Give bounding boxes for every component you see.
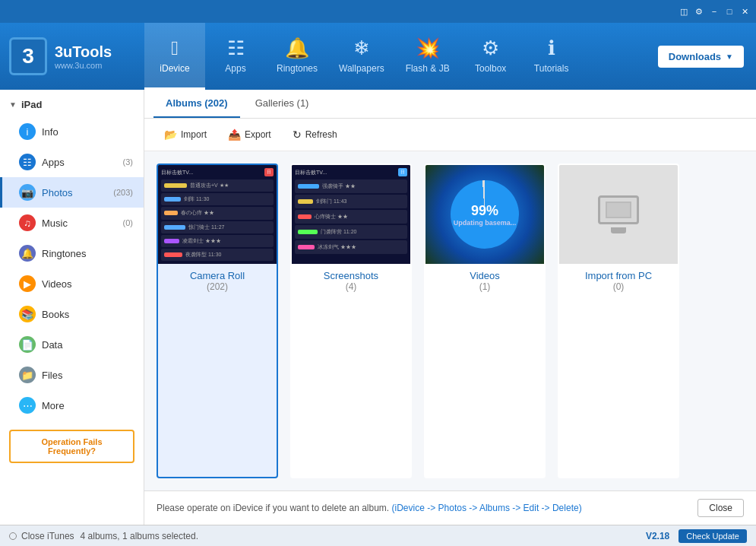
album-thumb-import — [559, 165, 678, 264]
tab-ringtones[interactable]: 🔔 Ringtones — [266, 23, 328, 90]
close-info-button[interactable]: Close — [697, 499, 744, 517]
apps-side-icon: ☷ — [19, 154, 36, 170]
minimize-icon[interactable]: − — [707, 5, 721, 18]
sidebar-label-ringtones: Ringtones — [42, 248, 133, 259]
albums-grid: 目标击败TV... 日 普通攻击+V ★★ 剑阵 11:30 — [144, 151, 756, 490]
version-label: V2.18 — [646, 531, 669, 541]
album-import-pc[interactable]: Import from PC (0) — [558, 163, 679, 478]
album-count-screenshots: (4) — [298, 281, 404, 292]
inner-screen — [606, 202, 631, 218]
promo-banner[interactable]: Operation Fails Frequently? — [9, 430, 134, 463]
sidebar-label-videos: Videos — [42, 278, 133, 290]
header-right: Downloads ▼ — [646, 23, 756, 90]
sidebar-count-photos: (203) — [113, 188, 133, 197]
sidebar-count-music: (0) — [123, 218, 133, 227]
tab-flash-jb[interactable]: 💥 Flash & JB — [395, 23, 460, 90]
content-tabs: Albums (202) Galleries (1) — [144, 90, 756, 119]
sidebar-device[interactable]: ▼ iPad — [0, 93, 144, 116]
tab-toolbox[interactable]: ⚙ Toolbox — [460, 23, 521, 90]
videos-icon: ▶ — [19, 275, 36, 292]
toolbar: 📂 Import 📤 Export ↻ Refresh — [144, 119, 756, 151]
refresh-button[interactable]: ↻ Refresh — [283, 125, 346, 144]
sidebar-item-videos[interactable]: ▶ Videos — [0, 268, 144, 299]
album-info-screenshots: Screenshots (4) — [292, 264, 410, 298]
close-icon[interactable]: ✕ — [738, 5, 751, 18]
tab-tutorials[interactable]: ℹ Tutorials — [521, 23, 582, 90]
more-icon: ⋯ — [19, 397, 36, 414]
title-bar: ◫ ⚙ − □ ✕ — [0, 0, 756, 23]
tab-wallpapers[interactable]: ❄ Wallpapers — [328, 23, 395, 90]
album-count-videos: (1) — [432, 281, 538, 292]
tab-galleries[interactable]: Galleries (1) — [243, 90, 321, 118]
bell-icon: 🔔 — [285, 37, 309, 60]
nav-tabs:  iDevice ☷ Apps 🔔 Ringtones ❄ Wallpaper… — [144, 23, 646, 90]
status-count-text: 4 albums, 1 albums selected. — [81, 531, 640, 541]
album-videos[interactable]: 99% Updating basema... Videos (1) — [424, 163, 546, 478]
album-screenshots[interactable]: 目标击败TV... 日 强袭骑手 ★★ 剑阵门 11:43 — [290, 163, 412, 478]
content-area: Albums (202) Galleries (1) 📂 Import 📤 Ex… — [144, 90, 756, 525]
progress-circle: 99% Updating basema... — [451, 180, 519, 249]
info-circle-icon: ℹ — [548, 37, 555, 60]
sidebar-label-music: Music — [42, 217, 123, 229]
music-icon: ♫ — [19, 214, 36, 231]
sidebar-item-apps[interactable]: ☷ Apps (3) — [0, 147, 144, 177]
sidebar-label-data: Data — [42, 339, 133, 351]
logo-text: 3uTools www.3u.com — [55, 43, 112, 70]
monitor-icon[interactable]: ◫ — [677, 5, 691, 18]
sidebar-item-ringtones[interactable]: 🔔 Ringtones — [0, 238, 144, 268]
logo-area: 3 3uTools www.3u.com — [0, 23, 144, 90]
tab-albums[interactable]: Albums (202) — [153, 90, 240, 118]
sidebar-item-info[interactable]: i Info — [0, 116, 144, 147]
itunes-indicator[interactable]: Close iTunes — [9, 531, 74, 541]
toolbox-icon: ⚙ — [482, 37, 499, 60]
photos-icon: 📷 — [19, 184, 36, 201]
album-thumb-videos: 99% Updating basema... — [425, 165, 544, 264]
status-bar: Close iTunes 4 albums, 1 albums selected… — [0, 525, 756, 546]
downloads-arrow-icon: ▼ — [726, 52, 733, 61]
album-count-camera-roll: (202) — [164, 281, 270, 292]
album-name-videos: Videos — [432, 270, 538, 281]
album-info-import: Import from PC (0) — [559, 264, 678, 298]
info-bar: Please operate on iDevice if you want to… — [144, 490, 756, 525]
import-pc-icon — [598, 195, 639, 233]
refresh-label: Refresh — [305, 129, 337, 140]
wallpaper-icon: ❄ — [353, 37, 370, 60]
album-thumb-screenshots: 目标击败TV... 日 强袭骑手 ★★ 剑阵门 11:43 — [292, 165, 410, 264]
gear-icon[interactable]: ⚙ — [692, 5, 706, 18]
apps-icon: ☷ — [227, 37, 245, 60]
sidebar-item-more[interactable]: ⋯ More — [0, 390, 144, 421]
maximize-icon[interactable]: □ — [723, 5, 736, 18]
header: 3 3uTools www.3u.com  iDevice ☷ Apps 🔔 … — [0, 23, 756, 90]
data-icon: 📄 — [19, 336, 36, 353]
device-label: iPad — [21, 99, 42, 110]
album-name-screenshots: Screenshots — [298, 270, 404, 281]
sidebar-label-info: Info — [42, 126, 133, 138]
tab-apps[interactable]: ☷ Apps — [205, 23, 266, 90]
album-count-import: (0) — [565, 281, 672, 292]
files-icon: 📁 — [19, 367, 36, 383]
album-thumb-camera-roll: 目标击败TV... 日 普通攻击+V ★★ 剑阵 11:30 — [158, 165, 277, 264]
album-camera-roll[interactable]: 目标击败TV... 日 普通攻击+V ★★ 剑阵 11:30 — [157, 163, 278, 478]
flash-icon: 💥 — [416, 37, 440, 60]
info-icon: i — [19, 123, 36, 140]
sidebar-item-music[interactable]: ♫ Music (0) — [0, 208, 144, 238]
sidebar-label-apps: Apps — [42, 157, 123, 168]
sidebar: ▼ iPad i Info ☷ Apps (3) 📷 Photos (203) … — [0, 90, 144, 525]
export-button[interactable]: 📤 Export — [219, 125, 280, 144]
sidebar-item-data[interactable]: 📄 Data — [0, 329, 144, 360]
info-message: Please operate on iDevice if you want to… — [157, 503, 697, 513]
sidebar-item-files[interactable]: 📁 Files — [0, 360, 144, 390]
sidebar-label-files: Files — [42, 370, 133, 381]
downloads-button[interactable]: Downloads ▼ — [658, 46, 744, 68]
ringtones-icon: 🔔 — [19, 245, 36, 262]
tab-idevice[interactable]:  iDevice — [144, 23, 205, 90]
monitor-stand — [611, 227, 626, 233]
sidebar-item-books[interactable]: 📚 Books — [0, 299, 144, 329]
check-update-button[interactable]: Check Update — [679, 529, 747, 543]
brand-name: 3uTools — [55, 43, 112, 61]
album-name-import: Import from PC — [565, 270, 672, 281]
import-button[interactable]: 📂 Import — [155, 125, 216, 144]
sidebar-item-photos[interactable]: 📷 Photos (203) — [0, 177, 144, 208]
main-layout: ▼ iPad i Info ☷ Apps (3) 📷 Photos (203) … — [0, 90, 756, 525]
apple-icon:  — [171, 37, 179, 60]
